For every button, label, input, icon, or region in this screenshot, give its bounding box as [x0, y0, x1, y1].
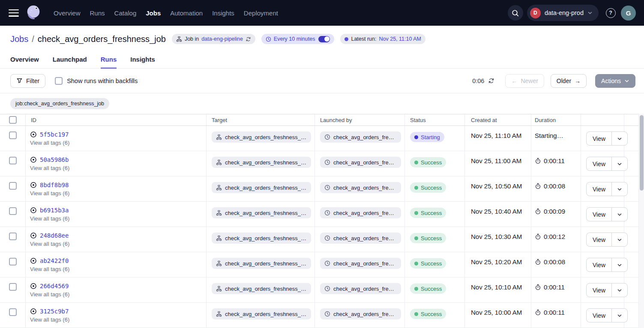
user-avatar[interactable]: G — [621, 6, 636, 21]
nav-item-deployment[interactable]: Deployment — [243, 7, 279, 19]
view-split-button: View — [586, 233, 628, 247]
breadcrumb-jobs-link[interactable]: Jobs — [10, 34, 28, 44]
launched-by-pill[interactable]: check_avg_orders_freshn… — [320, 258, 401, 269]
hamburger-menu-icon[interactable] — [9, 9, 19, 17]
reload-icon[interactable] — [246, 36, 251, 42]
backfills-checkbox[interactable] — [55, 77, 63, 85]
breadcrumb: Jobs / check_avg_orders_freshness_job — [10, 34, 166, 44]
help-button[interactable]: ? — [604, 6, 617, 19]
tab-launchpad[interactable]: Launchpad — [53, 51, 87, 68]
pipeline-link[interactable]: data-eng-pipeline — [201, 36, 243, 42]
run-id-link[interactable]: 5f5bc197 — [40, 131, 69, 138]
status-badge: Success — [410, 233, 446, 243]
run-id-link[interactable]: 248d68ee — [40, 232, 69, 239]
view-split-button: View — [586, 182, 628, 196]
job-filter-tag[interactable]: job:check_avg_orders_freshness_job — [10, 98, 109, 109]
view-all-tags-link[interactable]: View all tags (6) — [30, 140, 203, 146]
created-at: Nov 25, 10:50 AM — [465, 176, 531, 201]
tab-overview[interactable]: Overview — [10, 51, 39, 68]
nav-item-automation[interactable]: Automation — [169, 7, 204, 19]
launched-by-pill[interactable]: check_avg_orders_freshn… — [320, 182, 401, 193]
schedule-toggle[interactable] — [318, 36, 330, 42]
run-id-link[interactable]: 266d4569 — [40, 283, 69, 289]
status-dot — [414, 287, 418, 291]
search-button[interactable] — [508, 5, 523, 21]
older-button[interactable]: Older → — [551, 74, 587, 88]
view-split-button: View — [586, 308, 628, 322]
nav-item-catalog[interactable]: Catalog — [114, 7, 138, 19]
target-pill[interactable]: check_avg_orders_freshness_job — [212, 157, 311, 168]
launched-by-pill[interactable]: check_avg_orders_freshn… — [320, 283, 401, 294]
target-pill[interactable]: check_avg_orders_freshness_job — [212, 207, 311, 218]
view-all-tags-link[interactable]: View all tags (6) — [30, 190, 203, 197]
actions-button[interactable]: Actions — [595, 74, 635, 88]
view-all-tags-link[interactable]: View all tags (6) — [30, 241, 203, 247]
launched-by-pill[interactable]: check_avg_orders_freshn… — [320, 131, 401, 143]
created-at: Nov 25, 10:10 AM — [465, 277, 531, 302]
row-checkbox[interactable] — [9, 283, 17, 291]
select-all-checkbox[interactable] — [9, 116, 17, 124]
view-button[interactable]: View — [587, 258, 612, 271]
nav-item-jobs[interactable]: Jobs — [145, 7, 162, 19]
row-checkbox[interactable] — [9, 157, 17, 164]
target-pill[interactable]: check_avg_orders_freshness_job — [212, 233, 311, 244]
view-all-tags-link[interactable]: View all tags (6) — [30, 316, 203, 323]
dagster-logo-icon[interactable] — [24, 3, 42, 23]
table-row: 50a5986b View all tags (6) check_avg_ord… — [0, 151, 644, 176]
chevron-down-icon — [617, 187, 622, 192]
scrollbar-track[interactable] — [638, 114, 644, 328]
row-checkbox[interactable] — [9, 233, 17, 240]
run-id-link[interactable]: b6915b3a — [40, 207, 69, 214]
view-button[interactable]: View — [587, 182, 612, 196]
job-graph-icon — [216, 235, 222, 241]
latest-run-badge: Latest run: Nov 25, 11:10 AM — [340, 34, 425, 44]
nav-item-insights[interactable]: Insights — [211, 7, 235, 19]
tab-insights[interactable]: Insights — [130, 51, 155, 68]
launched-by-pill[interactable]: check_avg_orders_freshn… — [320, 308, 401, 319]
view-all-tags-link[interactable]: View all tags (6) — [30, 291, 203, 298]
chevron-down-icon — [617, 212, 622, 217]
row-checkbox[interactable] — [9, 308, 17, 316]
target-pill[interactable]: check_avg_orders_freshness_job — [212, 131, 311, 143]
view-button[interactable]: View — [587, 208, 612, 221]
col-header-duration: Duration — [531, 114, 581, 125]
run-id-link[interactable]: ab2422f0 — [40, 257, 69, 264]
view-all-tags-link[interactable]: View all tags (6) — [30, 266, 203, 272]
row-checkbox[interactable] — [9, 207, 17, 215]
run-id-link[interactable]: 50a5986b — [40, 156, 69, 163]
view-button[interactable]: View — [587, 283, 612, 297]
launched-by-pill[interactable]: check_avg_orders_freshn… — [320, 233, 401, 244]
view-button[interactable]: View — [587, 132, 612, 145]
target-pill[interactable]: check_avg_orders_freshness_job — [212, 182, 311, 193]
row-checkbox[interactable] — [9, 258, 17, 265]
col-header-id: ID — [26, 114, 207, 125]
row-checkbox[interactable] — [9, 131, 17, 139]
refresh-icon[interactable] — [488, 78, 494, 84]
status-badge: Success — [410, 283, 446, 294]
tab-runs[interactable]: Runs — [101, 51, 117, 68]
run-id-link[interactable]: 8bdf8b98 — [40, 182, 69, 188]
view-button[interactable]: View — [587, 309, 612, 322]
filter-button[interactable]: Filter — [10, 74, 45, 88]
nav-item-overview[interactable]: Overview — [53, 7, 81, 19]
view-button[interactable]: View — [587, 233, 612, 246]
latest-run-link[interactable]: Nov 25, 11:10 AM — [379, 36, 421, 42]
view-button[interactable]: View — [587, 157, 612, 170]
row-checkbox[interactable] — [9, 182, 17, 190]
run-id-link[interactable]: 3125c9b7 — [40, 308, 69, 315]
clock-icon — [324, 210, 330, 216]
target-pill[interactable]: check_avg_orders_freshness_job — [212, 258, 311, 269]
newer-button[interactable]: ← Newer — [505, 74, 544, 88]
target-pill[interactable]: check_avg_orders_freshness_job — [212, 283, 311, 294]
target-pill[interactable]: check_avg_orders_freshness_job — [212, 308, 311, 319]
launched-by-pill[interactable]: check_avg_orders_freshn… — [320, 207, 401, 218]
nav-item-runs[interactable]: Runs — [89, 7, 106, 19]
deployment-switcher[interactable]: D data-eng-prod — [527, 5, 599, 21]
run-status-dot — [344, 37, 348, 41]
created-at: Nov 25, 10:00 AM — [465, 303, 531, 328]
job-graph-icon — [176, 36, 182, 42]
view-all-tags-link[interactable]: View all tags (6) — [30, 215, 203, 222]
launched-by-pill[interactable]: check_avg_orders_freshn… — [320, 157, 401, 168]
view-all-tags-link[interactable]: View all tags (6) — [30, 165, 203, 171]
scrollbar-thumb[interactable] — [640, 115, 644, 191]
